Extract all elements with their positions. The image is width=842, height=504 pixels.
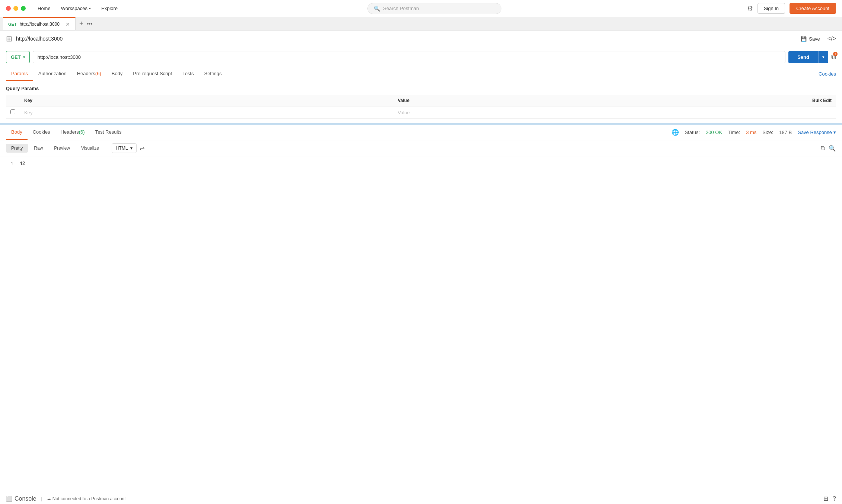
request-title: http://localhost:3000: [16, 36, 801, 42]
bottom-bar: ⬜ Console | ☁ Not connected to a Postman…: [0, 493, 842, 504]
account-status: Not connected to a Postman account: [52, 496, 126, 501]
value-cell[interactable]: Value: [393, 106, 767, 119]
new-tab-button[interactable]: +: [76, 20, 87, 28]
minimize-traffic-light[interactable]: [13, 6, 18, 11]
bottom-right: ⊞ ?: [823, 495, 836, 502]
nav-links: Home Workspaces ▾ Explore: [33, 3, 122, 13]
tab-params[interactable]: Params: [6, 67, 33, 81]
wrap-button[interactable]: ⇌: [140, 145, 144, 152]
format-bar: Pretty Raw Preview Visualize HTML ▾ ⇌ ⧉ …: [0, 140, 842, 156]
url-bar: GET ▾ Send ▾ ⧉ 1: [0, 47, 842, 67]
method-label: GET: [11, 54, 21, 60]
maximize-traffic-light[interactable]: [21, 6, 26, 11]
copy-request-button[interactable]: ⧉ 1: [831, 53, 836, 61]
send-dropdown-button[interactable]: ▾: [818, 51, 828, 63]
more-tabs-button[interactable]: •••: [87, 21, 93, 27]
format-pretty[interactable]: Pretty: [6, 144, 28, 153]
key-col-header: Key: [20, 95, 393, 106]
key-cell[interactable]: Key: [20, 106, 393, 119]
traffic-lights: [6, 6, 26, 11]
params-table: Key Value Bulk Edit Key Value: [6, 95, 836, 119]
resp-tab-body[interactable]: Body: [6, 125, 28, 140]
response-body: 1 42: [0, 156, 842, 493]
checkbox-col-header: [6, 95, 20, 106]
params-section: Query Params Key Value Bulk Edit Key Val…: [0, 81, 842, 123]
time-label: Time:: [728, 130, 740, 135]
search-bar[interactable]: 🔍 Search Postman: [367, 3, 501, 14]
size-value: 187 B: [779, 130, 792, 135]
cloud-icon: ☁: [47, 496, 51, 501]
tab-cookies-link[interactable]: Cookies: [819, 71, 836, 77]
response-status: 🌐 Status: 200 OK Time: 3 ms Size: 187 B …: [672, 129, 836, 136]
terminal-icon: ⬜: [6, 496, 12, 502]
help-button[interactable]: ?: [833, 495, 836, 502]
code-icon[interactable]: </>: [827, 35, 836, 42]
url-input[interactable]: [33, 51, 785, 63]
create-account-button[interactable]: Create Account: [790, 3, 836, 14]
tab-url: http://localhost:3000: [20, 22, 60, 27]
method-chevron-icon: ▾: [23, 55, 25, 59]
format-preview[interactable]: Preview: [49, 144, 75, 153]
request-area: ⊞ http://localhost:3000 💾 Save </> GET ▾…: [0, 31, 842, 123]
save-response-chevron-icon: ▾: [833, 130, 836, 135]
value-col-header: Value: [393, 95, 767, 106]
tab-authorization[interactable]: Authorization: [33, 67, 72, 81]
status-label: Status:: [685, 130, 700, 135]
home-link[interactable]: Home: [33, 3, 55, 13]
method-badge: GET: [8, 22, 17, 26]
format-raw[interactable]: Raw: [29, 144, 48, 153]
tab-tests[interactable]: Tests: [177, 67, 199, 81]
status-value: 200 OK: [706, 130, 722, 135]
search-icon: 🔍: [374, 6, 380, 12]
explore-link[interactable]: Explore: [97, 3, 122, 13]
row-checkbox-cell[interactable]: [6, 106, 20, 119]
search-response-button[interactable]: 🔍: [829, 145, 836, 152]
format-tabs: Pretty Raw Preview Visualize: [6, 144, 104, 153]
method-selector[interactable]: GET ▾: [6, 51, 30, 63]
copy-response-button[interactable]: ⧉: [821, 145, 825, 152]
time-value: 3 ms: [746, 130, 756, 135]
response-tabs-bar: Body Cookies Headers(6) Test Results 🌐 S…: [0, 125, 842, 140]
close-traffic-light[interactable]: [6, 6, 11, 11]
line-number-1: 1: [6, 161, 13, 166]
globe-icon: 🌐: [672, 129, 679, 136]
line-content-1: 42: [19, 161, 25, 166]
response-area: Body Cookies Headers(6) Test Results 🌐 S…: [0, 125, 842, 493]
nav-right: ⚙ Sign In Create Account: [747, 3, 836, 14]
search-text: Search Postman: [383, 6, 419, 11]
resp-tab-cookies[interactable]: Cookies: [28, 125, 55, 140]
tab-bar: GET http://localhost:3000 ✕ + •••: [0, 17, 842, 31]
topnav: Home Workspaces ▾ Explore 🔍 Search Postm…: [0, 0, 842, 17]
console-button[interactable]: Console: [15, 495, 36, 502]
settings-button[interactable]: ⚙: [747, 4, 753, 13]
save-icon: 💾: [801, 36, 807, 42]
tab-body[interactable]: Body: [106, 67, 128, 81]
bulk-edit-header[interactable]: Bulk Edit: [767, 95, 836, 106]
send-button[interactable]: Send: [788, 51, 818, 63]
query-params-title: Query Params: [6, 86, 836, 91]
send-button-group: Send ▾: [788, 51, 828, 63]
tab-headers[interactable]: Headers(6): [72, 67, 106, 81]
request-grid-icon: ⊞: [6, 34, 12, 43]
lang-chevron-icon: ▾: [130, 146, 133, 151]
request-tabs: Params Authorization Headers(6) Body Pre…: [0, 67, 842, 81]
tab-prerequest[interactable]: Pre-request Script: [128, 67, 177, 81]
save-response-button[interactable]: Save Response ▾: [798, 130, 836, 135]
save-button[interactable]: 💾 Save: [801, 36, 820, 42]
request-header: ⊞ http://localhost:3000 💾 Save </>: [0, 31, 842, 47]
workspaces-chevron-icon: ▾: [89, 6, 91, 10]
grid-layout-button[interactable]: ⊞: [823, 495, 828, 502]
code-line-1: 1 42: [6, 161, 836, 166]
format-visualize[interactable]: Visualize: [76, 144, 104, 153]
signin-button[interactable]: Sign In: [758, 3, 785, 14]
request-tab[interactable]: GET http://localhost:3000 ✕: [3, 17, 76, 30]
table-row: Key Value: [6, 106, 836, 119]
language-selector[interactable]: HTML ▾: [112, 143, 137, 153]
size-label: Size:: [762, 130, 773, 135]
resp-tab-test-results[interactable]: Test Results: [90, 125, 127, 140]
tab-close-icon[interactable]: ✕: [66, 21, 70, 27]
resp-tab-headers[interactable]: Headers(6): [55, 125, 90, 140]
row-checkbox[interactable]: [10, 109, 15, 114]
workspaces-link[interactable]: Workspaces ▾: [57, 3, 95, 13]
tab-settings[interactable]: Settings: [199, 67, 227, 81]
